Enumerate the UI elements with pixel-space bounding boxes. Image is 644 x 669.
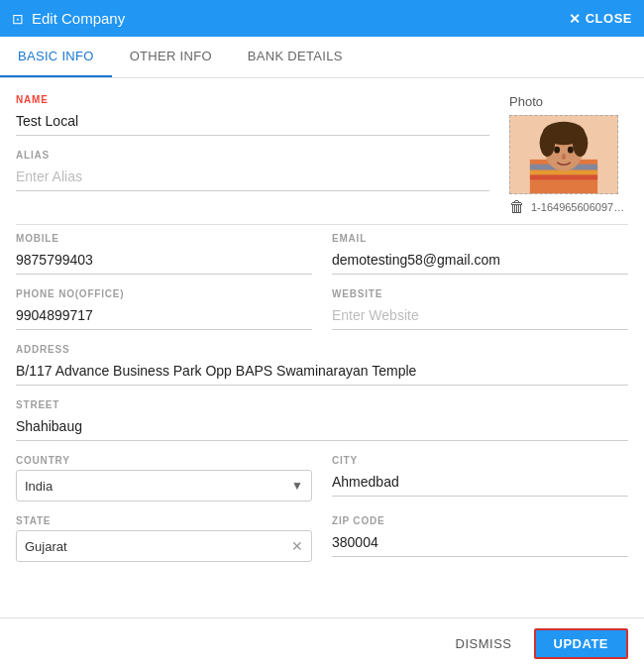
svg-rect-4 — [530, 174, 597, 179]
street-field-group: STREET — [16, 399, 628, 441]
country-select[interactable]: India — [25, 479, 303, 494]
close-button[interactable]: ✕ CLOSE — [569, 11, 632, 27]
header-left: ⊡ Edit Company — [12, 10, 125, 27]
country-label: COUNTRY — [16, 455, 312, 466]
state-label: STATE — [16, 515, 312, 526]
svg-point-10 — [568, 147, 574, 154]
name-label: NAME — [16, 94, 489, 105]
name-alias-section: NAME ALIAS — [16, 94, 489, 216]
country-city-row: COUNTRY India ▼ CITY — [16, 455, 628, 515]
mobile-input[interactable] — [16, 248, 312, 275]
modal-footer: DISMISS UPDATE — [0, 617, 644, 669]
dismiss-button[interactable]: DISMISS — [446, 630, 522, 657]
state-clear-icon[interactable]: ✕ — [291, 538, 303, 554]
alias-label: ALIAS — [16, 150, 489, 161]
photo-label: Photo — [509, 94, 628, 109]
zip-field-group: ZIP CODE — [332, 515, 628, 562]
modal-title: Edit Company — [32, 10, 125, 27]
mobile-email-row: MOBILE EMAIL — [16, 233, 628, 288]
state-zip-row: STATE Gujarat ✕ ZIP CODE — [16, 515, 628, 576]
modal-content: NAME ALIAS Photo — [0, 78, 644, 617]
street-input[interactable] — [16, 414, 628, 441]
city-field-group: CITY — [332, 455, 628, 502]
phone-office-input[interactable] — [16, 303, 312, 330]
top-section: NAME ALIAS Photo — [16, 94, 628, 216]
photo-canvas — [509, 115, 618, 194]
divider-1 — [16, 224, 628, 225]
svg-point-7 — [540, 130, 556, 157]
photo-delete-button[interactable]: 🗑 — [509, 198, 525, 216]
state-select[interactable]: Gujarat — [25, 539, 303, 554]
email-field-group: EMAIL — [332, 233, 628, 275]
svg-point-9 — [554, 147, 560, 154]
address-field-group: ADDRESS — [16, 344, 628, 386]
state-field-group: STATE Gujarat ✕ — [16, 515, 312, 562]
city-label: CITY — [332, 455, 628, 466]
address-label: ADDRESS — [16, 344, 628, 355]
phone-office-label: PHONE NO(OFFICE) — [16, 288, 312, 299]
state-select-wrapper: Gujarat ✕ — [16, 530, 312, 562]
country-select-wrapper: India ▼ — [16, 470, 312, 502]
expand-icon[interactable]: ⊡ — [12, 11, 24, 27]
tab-bank-details[interactable]: BANK DETAILS — [230, 37, 361, 77]
email-input[interactable] — [332, 248, 628, 275]
phone-office-field-group: PHONE NO(OFFICE) — [16, 288, 312, 330]
svg-point-11 — [562, 154, 566, 160]
modal-header: ⊡ Edit Company ✕ CLOSE — [0, 0, 644, 37]
zip-input[interactable] — [332, 530, 628, 557]
alias-field-group: ALIAS — [16, 150, 489, 191]
website-field-group: WEBSITE — [332, 288, 628, 330]
tab-other-info[interactable]: OTHER INFO — [112, 37, 230, 77]
edit-company-modal: ⊡ Edit Company ✕ CLOSE BASIC INFO OTHER … — [0, 0, 644, 669]
city-input[interactable] — [332, 470, 628, 497]
mobile-field-group: MOBILE — [16, 233, 312, 275]
mobile-label: MOBILE — [16, 233, 312, 244]
street-label: STREET — [16, 399, 628, 410]
name-field-group: NAME — [16, 94, 489, 136]
website-input[interactable] — [332, 303, 628, 330]
tab-bar: BASIC INFO OTHER INFO BANK DETAILS — [0, 37, 644, 78]
name-input[interactable] — [16, 109, 489, 136]
svg-point-8 — [573, 130, 589, 157]
photo-section: Photo — [509, 94, 628, 216]
website-label: WEBSITE — [332, 288, 628, 299]
photo-filename: 1-1649656060975-1... — [531, 201, 628, 213]
alias-input[interactable] — [16, 165, 489, 191]
close-icon: ✕ — [569, 11, 582, 27]
country-field-group: COUNTRY India ▼ — [16, 455, 312, 502]
email-label: EMAIL — [332, 233, 628, 244]
address-input[interactable] — [16, 359, 628, 386]
update-button[interactable]: UPDATE — [534, 628, 628, 659]
photo-actions: 🗑 1-1649656060975-1... — [509, 198, 628, 216]
phone-website-row: PHONE NO(OFFICE) WEBSITE — [16, 288, 628, 344]
zip-label: ZIP CODE — [332, 515, 628, 526]
tab-basic-info[interactable]: BASIC INFO — [0, 37, 112, 77]
close-label: CLOSE — [586, 11, 632, 26]
